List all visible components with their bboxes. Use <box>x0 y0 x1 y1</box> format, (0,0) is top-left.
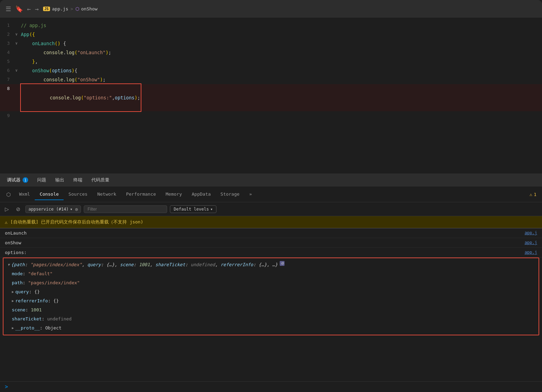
tab-memory[interactable]: Memory <box>161 189 187 200</box>
code-content: 1 // app.js 2 ∨ App({ 3 ∨ onLaunch() { 4 <box>0 18 542 123</box>
level-select[interactable]: Default levels ▾ <box>170 205 216 213</box>
code-line-1: 1 // app.js <box>0 21 542 30</box>
tab-wxml[interactable]: Wxml <box>14 189 35 200</box>
obj-toggle[interactable]: ▼ <box>8 261 10 269</box>
obj-row-mode: mode: "default" <box>6 269 536 278</box>
devtools-tabs: ⬡ Wxml Console Sources Network Performan… <box>0 187 542 202</box>
row-content-onlaunch: onLaunch <box>5 230 522 236</box>
warning-bar-icon: ⚠ <box>5 220 8 225</box>
js-badge: JS <box>43 7 50 11</box>
level-label: Default levels <box>174 207 209 212</box>
stop-button[interactable]: ⊘ <box>14 205 23 214</box>
tab-issues-label: 问题 <box>37 177 46 183</box>
line-num-4: 4 <box>3 48 15 57</box>
tab-storage[interactable]: Storage <box>216 189 245 200</box>
row-content-onshow: onShow <box>5 240 522 245</box>
obj-section: ▼ {path: "pages/index/index", query: {…}… <box>3 258 539 335</box>
bookmark-icon[interactable]: 🔖 <box>15 5 23 13</box>
line-num-8: 8 <box>3 84 15 93</box>
func-icon: ⬡ <box>75 6 79 11</box>
code-text-6: onShow(options){ <box>21 66 77 75</box>
top-bar: ☰ 🔖 ← → JS app.js > ⬡ onShow <box>0 0 542 18</box>
console-output[interactable]: onLaunch app.j onShow app.j options: app… <box>0 228 542 381</box>
code-text-7: console.log("onShow"); <box>21 75 106 84</box>
obj-row-proto: ▶__proto__: Object <box>6 324 536 333</box>
warning-icon: ⚠ <box>529 192 532 197</box>
code-line-2: 2 ∨ App({ <box>0 30 542 39</box>
cursor-icon[interactable]: ⬡ <box>3 189 14 201</box>
code-area: 1 // app.js 2 ∨ App({ 3 ∨ onLaunch() { 4 <box>0 18 542 173</box>
tab-terminal[interactable]: 终端 <box>69 175 87 185</box>
line-num-6: 6 <box>3 66 15 75</box>
code-text-3: onLaunch() { <box>21 39 66 48</box>
proto-toggle[interactable]: ▶ <box>12 324 14 332</box>
row-source-onshow[interactable]: app.j <box>522 240 537 245</box>
dropdown-icon: ▾ <box>70 207 73 212</box>
copy-icon[interactable]: ⧉ <box>280 261 285 266</box>
line-arrow-2: ∨ <box>15 30 21 39</box>
warning-bar-text: [自动热重载] 已开启代码文件保存后自动热重载（不支持 json) <box>10 219 143 225</box>
tab-debugger-badge: 1 <box>23 177 28 183</box>
line-num-5: 5 <box>3 57 15 66</box>
console-toolbar: ▷ ⊘ appservice (#14) ▾ ◎ Default levels … <box>0 202 542 216</box>
code-text-4: console.log("onLaunch"); <box>21 48 111 57</box>
back-icon[interactable]: ← <box>27 5 31 13</box>
tab-output-label: 输出 <box>55 177 64 183</box>
forward-icon[interactable]: → <box>35 5 39 13</box>
tab-issues[interactable]: 问题 <box>33 175 50 185</box>
code-line-4: 4 console.log("onLaunch"); <box>0 48 542 57</box>
tab-code-quality[interactable]: 代码质量 <box>87 175 114 185</box>
query-toggle[interactable]: ▶ <box>12 288 14 296</box>
console-input-row: > <box>0 381 542 392</box>
code-line-5: 5 }, <box>0 57 542 66</box>
level-dropdown-icon: ▾ <box>210 207 213 212</box>
code-text-2: App({ <box>21 30 35 39</box>
tab-network[interactable]: Network <box>92 189 121 200</box>
breadcrumb: JS app.js > ⬡ onShow <box>43 6 98 11</box>
tab-appdata[interactable]: AppData <box>187 189 216 200</box>
line-num-7: 7 <box>3 75 15 84</box>
obj-row-shareticket: shareTicket: undefined <box>6 315 536 324</box>
eye-icon: ◎ <box>75 207 78 212</box>
tab-code-quality-label: 代码质量 <box>91 177 109 183</box>
tab-output[interactable]: 输出 <box>51 175 68 185</box>
code-text-5: }, <box>21 57 38 66</box>
func-name-label: onShow <box>81 6 98 11</box>
warning-bar: ⚠ [自动热重载] 已开启代码文件保存后自动热重载（不支持 json) <box>0 216 542 228</box>
console-prompt: > <box>5 384 8 390</box>
tab-debugger[interactable]: 调试器 1 <box>3 175 32 185</box>
menu-icon[interactable]: ☰ <box>6 5 11 13</box>
context-selector[interactable]: appservice (#14) ▾ ◎ <box>25 205 81 213</box>
console-input[interactable] <box>11 384 537 390</box>
obj-row-path: path: "pages/index/index" <box>6 278 536 287</box>
tab-debugger-label: 调试器 <box>7 177 20 183</box>
line-num-1: 1 <box>3 21 15 30</box>
code-line-8: 8 console.log("options:",options); <box>0 84 542 111</box>
tab-terminal-label: 终端 <box>73 177 82 183</box>
panel-tabs: 调试器 1 问题 输出 终端 代码质量 <box>0 173 542 187</box>
row-source-onlaunch[interactable]: app.j <box>522 230 537 235</box>
devtools-warning: ⚠ 1 <box>529 192 539 197</box>
console-row-options: options: app.j <box>0 248 542 258</box>
referrer-toggle[interactable]: ▶ <box>12 297 14 305</box>
line-num-3: 3 <box>3 39 15 48</box>
code-text-1: // app.js <box>21 21 46 30</box>
row-source-options[interactable]: app.j <box>522 250 537 255</box>
row-content-options: options: <box>5 250 522 255</box>
tab-console[interactable]: Console <box>35 189 64 200</box>
filter-input[interactable] <box>84 205 167 213</box>
obj-row-scene: scene: 1001 <box>6 305 536 315</box>
code-line-9: 9 <box>0 111 542 120</box>
tab-more[interactable]: » <box>244 189 257 200</box>
play-button[interactable]: ▷ <box>3 205 11 214</box>
console-row-onlaunch: onLaunch app.j <box>0 228 542 238</box>
console-row-onshow: onShow app.j <box>0 238 542 248</box>
code-text-9 <box>21 111 26 120</box>
bottom-panel: 调试器 1 问题 输出 终端 代码质量 ⬡ Wxml Console <box>0 173 542 392</box>
code-line-7: 7 console.log("onShow"); <box>0 75 542 84</box>
warning-count: 1 <box>534 192 536 197</box>
tab-performance[interactable]: Performance <box>121 189 161 200</box>
code-line-6: 6 ∨ onShow(options){ <box>0 66 542 75</box>
tab-sources[interactable]: Sources <box>64 189 92 200</box>
breadcrumb-sep: > <box>71 6 73 11</box>
